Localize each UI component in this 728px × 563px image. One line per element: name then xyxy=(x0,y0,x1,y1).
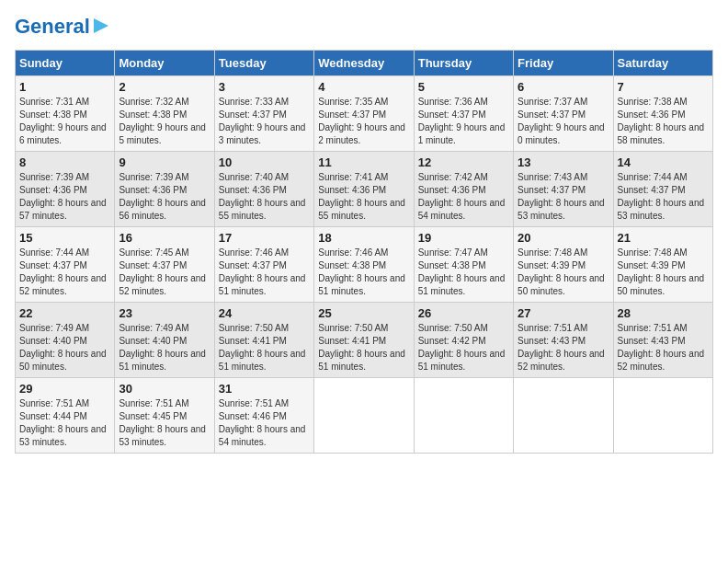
calendar-table: SundayMondayTuesdayWednesdayThursdayFrid… xyxy=(15,50,713,454)
day-info: Sunrise: 7:41 AM Sunset: 4:36 PM Dayligh… xyxy=(318,172,405,221)
calendar-cell: 13 Sunrise: 7:43 AM Sunset: 4:37 PM Dayl… xyxy=(514,152,613,227)
calendar-cell: 3 Sunrise: 7:33 AM Sunset: 4:37 PM Dayli… xyxy=(214,76,313,152)
calendar-cell: 6 Sunrise: 7:37 AM Sunset: 4:37 PM Dayli… xyxy=(514,76,613,152)
day-info: Sunrise: 7:43 AM Sunset: 4:37 PM Dayligh… xyxy=(518,172,605,221)
calendar-cell: 19 Sunrise: 7:47 AM Sunset: 4:38 PM Dayl… xyxy=(414,227,513,303)
logo-general: General xyxy=(15,17,90,37)
day-number: 11 xyxy=(318,155,409,169)
day-number: 4 xyxy=(318,80,409,94)
header-friday: Friday xyxy=(514,51,613,76)
logo: General xyxy=(15,15,110,39)
day-number: 22 xyxy=(19,306,110,320)
calendar-week-1: 1 Sunrise: 7:31 AM Sunset: 4:38 PM Dayli… xyxy=(16,76,713,152)
day-info: Sunrise: 7:51 AM Sunset: 4:43 PM Dayligh… xyxy=(518,323,605,372)
svg-marker-0 xyxy=(94,18,108,33)
calendar-cell: 26 Sunrise: 7:50 AM Sunset: 4:42 PM Dayl… xyxy=(414,303,513,378)
day-info: Sunrise: 7:31 AM Sunset: 4:38 PM Dayligh… xyxy=(19,97,107,145)
calendar-week-4: 22 Sunrise: 7:49 AM Sunset: 4:40 PM Dayl… xyxy=(16,303,713,378)
day-info: Sunrise: 7:48 AM Sunset: 4:39 PM Dayligh… xyxy=(618,247,705,296)
day-number: 23 xyxy=(119,306,210,320)
calendar-cell xyxy=(414,378,513,454)
calendar-cell xyxy=(514,378,613,454)
day-info: Sunrise: 7:35 AM Sunset: 4:37 PM Dayligh… xyxy=(318,97,405,145)
calendar-cell: 7 Sunrise: 7:38 AM Sunset: 4:36 PM Dayli… xyxy=(613,76,712,152)
calendar-cell: 16 Sunrise: 7:45 AM Sunset: 4:37 PM Dayl… xyxy=(115,227,214,303)
day-info: Sunrise: 7:50 AM Sunset: 4:41 PM Dayligh… xyxy=(318,323,405,372)
day-number: 2 xyxy=(119,80,210,94)
calendar-cell: 4 Sunrise: 7:35 AM Sunset: 4:37 PM Dayli… xyxy=(314,76,414,152)
calendar-cell: 1 Sunrise: 7:31 AM Sunset: 4:38 PM Dayli… xyxy=(16,76,115,152)
day-info: Sunrise: 7:39 AM Sunset: 4:36 PM Dayligh… xyxy=(19,172,107,221)
day-number: 12 xyxy=(418,155,509,169)
day-info: Sunrise: 7:44 AM Sunset: 4:37 PM Dayligh… xyxy=(19,247,107,296)
header-monday: Monday xyxy=(115,51,214,76)
calendar-cell: 28 Sunrise: 7:51 AM Sunset: 4:43 PM Dayl… xyxy=(613,303,712,378)
day-number: 14 xyxy=(618,155,709,169)
calendar-cell: 30 Sunrise: 7:51 AM Sunset: 4:45 PM Dayl… xyxy=(115,378,214,454)
calendar-cell: 22 Sunrise: 7:49 AM Sunset: 4:40 PM Dayl… xyxy=(16,303,115,378)
day-info: Sunrise: 7:42 AM Sunset: 4:36 PM Dayligh… xyxy=(418,172,506,221)
header-wednesday: Wednesday xyxy=(314,51,414,76)
calendar-cell: 10 Sunrise: 7:40 AM Sunset: 4:36 PM Dayl… xyxy=(214,152,313,227)
day-number: 16 xyxy=(119,231,210,245)
day-info: Sunrise: 7:49 AM Sunset: 4:40 PM Dayligh… xyxy=(119,323,206,372)
day-number: 13 xyxy=(518,155,609,169)
calendar-header-row: SundayMondayTuesdayWednesdayThursdayFrid… xyxy=(16,51,713,76)
day-number: 28 xyxy=(618,306,709,320)
day-number: 3 xyxy=(219,80,310,94)
day-info: Sunrise: 7:38 AM Sunset: 4:36 PM Dayligh… xyxy=(618,97,705,145)
calendar-cell: 11 Sunrise: 7:41 AM Sunset: 4:36 PM Dayl… xyxy=(314,152,414,227)
day-number: 31 xyxy=(219,382,310,396)
day-info: Sunrise: 7:50 AM Sunset: 4:42 PM Dayligh… xyxy=(418,323,506,372)
day-number: 21 xyxy=(618,231,709,245)
day-info: Sunrise: 7:50 AM Sunset: 4:41 PM Dayligh… xyxy=(219,323,306,372)
calendar-cell: 18 Sunrise: 7:46 AM Sunset: 4:38 PM Dayl… xyxy=(314,227,414,303)
day-number: 20 xyxy=(518,231,609,245)
day-info: Sunrise: 7:51 AM Sunset: 4:44 PM Dayligh… xyxy=(19,398,107,447)
calendar-cell: 17 Sunrise: 7:46 AM Sunset: 4:37 PM Dayl… xyxy=(214,227,313,303)
calendar-cell xyxy=(314,378,414,454)
day-info: Sunrise: 7:44 AM Sunset: 4:37 PM Dayligh… xyxy=(618,172,705,221)
calendar-cell: 24 Sunrise: 7:50 AM Sunset: 4:41 PM Dayl… xyxy=(214,303,313,378)
day-number: 27 xyxy=(518,306,609,320)
calendar-cell: 31 Sunrise: 7:51 AM Sunset: 4:46 PM Dayl… xyxy=(214,378,313,454)
header-sunday: Sunday xyxy=(16,51,115,76)
day-number: 30 xyxy=(119,382,210,396)
calendar-cell: 15 Sunrise: 7:44 AM Sunset: 4:37 PM Dayl… xyxy=(16,227,115,303)
day-number: 26 xyxy=(418,306,509,320)
day-number: 5 xyxy=(418,80,509,94)
day-info: Sunrise: 7:39 AM Sunset: 4:36 PM Dayligh… xyxy=(119,172,206,221)
calendar-week-3: 15 Sunrise: 7:44 AM Sunset: 4:37 PM Dayl… xyxy=(16,227,713,303)
header-saturday: Saturday xyxy=(613,51,712,76)
calendar-cell: 14 Sunrise: 7:44 AM Sunset: 4:37 PM Dayl… xyxy=(613,152,712,227)
day-info: Sunrise: 7:46 AM Sunset: 4:37 PM Dayligh… xyxy=(219,247,306,296)
day-info: Sunrise: 7:33 AM Sunset: 4:37 PM Dayligh… xyxy=(219,97,306,145)
day-info: Sunrise: 7:45 AM Sunset: 4:37 PM Dayligh… xyxy=(119,247,206,296)
day-info: Sunrise: 7:51 AM Sunset: 4:43 PM Dayligh… xyxy=(618,323,705,372)
calendar-cell: 25 Sunrise: 7:50 AM Sunset: 4:41 PM Dayl… xyxy=(314,303,414,378)
calendar-cell: 23 Sunrise: 7:49 AM Sunset: 4:40 PM Dayl… xyxy=(115,303,214,378)
day-number: 1 xyxy=(19,80,110,94)
calendar-cell xyxy=(613,378,712,454)
day-number: 29 xyxy=(19,382,110,396)
day-info: Sunrise: 7:48 AM Sunset: 4:39 PM Dayligh… xyxy=(518,247,605,296)
day-info: Sunrise: 7:32 AM Sunset: 4:38 PM Dayligh… xyxy=(119,97,206,145)
calendar-cell: 29 Sunrise: 7:51 AM Sunset: 4:44 PM Dayl… xyxy=(16,378,115,454)
calendar-cell: 12 Sunrise: 7:42 AM Sunset: 4:36 PM Dayl… xyxy=(414,152,513,227)
day-info: Sunrise: 7:36 AM Sunset: 4:37 PM Dayligh… xyxy=(418,97,506,145)
day-info: Sunrise: 7:47 AM Sunset: 4:38 PM Dayligh… xyxy=(418,247,506,296)
day-number: 7 xyxy=(618,80,709,94)
day-number: 18 xyxy=(318,231,409,245)
day-info: Sunrise: 7:40 AM Sunset: 4:36 PM Dayligh… xyxy=(219,172,306,221)
day-info: Sunrise: 7:51 AM Sunset: 4:45 PM Dayligh… xyxy=(119,398,206,447)
day-info: Sunrise: 7:46 AM Sunset: 4:38 PM Dayligh… xyxy=(318,247,405,296)
calendar-week-2: 8 Sunrise: 7:39 AM Sunset: 4:36 PM Dayli… xyxy=(16,152,713,227)
day-number: 25 xyxy=(318,306,409,320)
day-number: 9 xyxy=(119,155,210,169)
day-number: 6 xyxy=(518,80,609,94)
calendar-cell: 2 Sunrise: 7:32 AM Sunset: 4:38 PM Dayli… xyxy=(115,76,214,152)
day-number: 19 xyxy=(418,231,509,245)
header-tuesday: Tuesday xyxy=(214,51,313,76)
header-thursday: Thursday xyxy=(414,51,513,76)
day-info: Sunrise: 7:51 AM Sunset: 4:46 PM Dayligh… xyxy=(219,398,306,447)
